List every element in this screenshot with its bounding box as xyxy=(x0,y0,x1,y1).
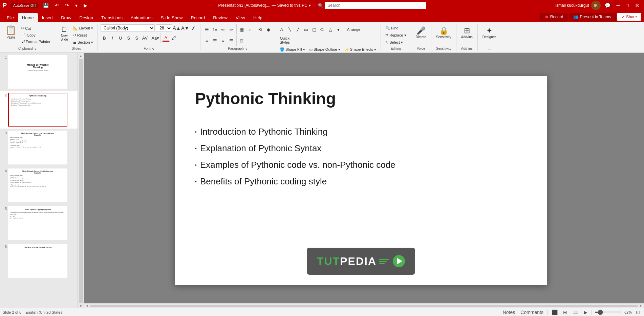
slide-thumb-4[interactable]: 4 [Slide: Pythonic Syntax - Built in Fun… xyxy=(0,166,78,204)
addins-button[interactable]: ⊞ Add-ins xyxy=(459,25,475,40)
slide-thumb-1[interactable]: 1 Module 1: PythonicThinking Understandi… xyxy=(0,53,78,91)
notes-button[interactable]: Notes xyxy=(501,309,517,316)
tab-design[interactable]: Design xyxy=(76,13,97,22)
slide-thumb-2[interactable]: 2 Pythonic Thinking • Introduction to Py… xyxy=(0,91,78,129)
undo-button[interactable]: ↶ xyxy=(53,2,61,9)
bullet-item-4[interactable]: • Benefits of Pythonic coding style xyxy=(195,176,395,187)
numbering-button[interactable]: 1≡ xyxy=(211,26,219,33)
arrange-button[interactable]: Arrange xyxy=(345,26,362,32)
increase-font-button[interactable]: A▲ xyxy=(173,24,180,32)
tab-file[interactable]: File xyxy=(3,13,18,22)
copy-button[interactable]: 📄 Copy xyxy=(20,32,52,38)
save-button[interactable]: 💾 xyxy=(41,2,51,9)
scroll-left[interactable]: ◄ xyxy=(85,304,89,308)
text-highlight-button[interactable]: 🖊 xyxy=(170,34,178,42)
bullet-item-2[interactable]: • Explanation of Pythonic Syntax xyxy=(195,143,395,154)
sensitivity-button[interactable]: 🔒 Sensitivity xyxy=(434,25,453,40)
voice-label[interactable]: Voice xyxy=(415,46,426,51)
font-size-select[interactable]: 28 24 32 36 40 48 xyxy=(156,24,172,32)
slide-sorter-button[interactable]: ⊞ xyxy=(562,309,568,316)
increase-indent-button[interactable]: ⇒ xyxy=(228,26,235,33)
paragraph-label[interactable]: Paragraph ↘ xyxy=(227,46,249,51)
close-button[interactable]: ✕ xyxy=(633,2,641,9)
zoom-slider[interactable] xyxy=(595,312,622,313)
shapes-more-button[interactable]: ▾ xyxy=(335,26,342,33)
designer-button[interactable]: ✦ Designer xyxy=(480,25,498,40)
shape-triangle-button[interactable]: △ xyxy=(327,26,334,33)
shape-effects-button[interactable]: ✨ Shape Effects ▾ xyxy=(343,46,378,53)
italic-button[interactable]: I xyxy=(109,34,116,42)
font-color-button[interactable]: A xyxy=(162,34,170,42)
slide-thumb-3[interactable]: 3 [Slide: Pythonic Syntax - List Compreh… xyxy=(0,129,78,166)
font-label[interactable]: Font ↘ xyxy=(142,46,155,51)
slide-panel[interactable]: 1 Module 1: PythonicThinking Understandi… xyxy=(0,53,78,308)
sensitivity-label-bottom[interactable]: Sensitivity xyxy=(435,46,453,51)
select-button[interactable]: ↖ Select ▾ xyxy=(384,39,408,46)
tab-record[interactable]: Record xyxy=(187,13,209,22)
record-button[interactable]: ⏺ Record xyxy=(540,13,568,21)
main-slide[interactable]: Pythonic Thinking • Introduction to Pyth… xyxy=(175,76,547,285)
convert-smartart-button[interactable]: ◆ xyxy=(265,26,272,33)
text-direction-button[interactable]: ⟲ xyxy=(257,26,264,33)
shadow-button[interactable]: S xyxy=(133,34,141,42)
slideshow-view-button[interactable]: ▶ xyxy=(582,309,589,316)
vertical-scrollbar[interactable]: ▲ ▼ xyxy=(78,53,84,308)
tab-view[interactable]: View xyxy=(232,13,249,22)
slide-area[interactable]: ▲ ▼ Pythonic Thinking • Introduction to … xyxy=(78,53,644,308)
shape-outline-button[interactable]: ▭ Shape Outline ▾ xyxy=(307,46,342,53)
tab-draw[interactable]: Draw xyxy=(57,13,75,22)
char-spacing-button[interactable]: AV xyxy=(141,34,149,42)
replace-button[interactable]: ⇄ Replace ▾ xyxy=(384,32,408,39)
shape-line2-button[interactable]: ╱ xyxy=(294,26,302,33)
share-button[interactable]: ↗ Share xyxy=(617,13,641,21)
fit-slide-button[interactable]: ⊡ xyxy=(635,309,641,316)
tab-home[interactable]: Home xyxy=(18,13,38,22)
slide-thumb-6[interactable]: 6 Best Practices for Dynamic Typing xyxy=(0,242,78,280)
find-button[interactable]: 🔍 Find xyxy=(384,25,408,31)
shape-rounded-rect-button[interactable]: ▢ xyxy=(310,26,318,33)
align-left-button[interactable]: ≡ xyxy=(203,37,211,44)
minimize-button[interactable]: ─ xyxy=(615,2,622,9)
reset-button[interactable]: ↺ Reset xyxy=(71,32,95,39)
clipboard-label[interactable]: Clipboard ↘ xyxy=(17,46,38,51)
customize-quick-access[interactable]: ▾ xyxy=(73,2,80,9)
shape-line-button[interactable]: ╲ xyxy=(286,26,294,33)
scroll-down[interactable]: ▼ xyxy=(79,304,83,308)
clear-format-button[interactable]: ✗ xyxy=(190,24,197,32)
autosave-toggle[interactable]: AutoSave Off xyxy=(10,3,39,8)
shape-text-button[interactable]: A xyxy=(278,26,285,33)
save-state-dropdown[interactable]: ▾ xyxy=(309,3,311,8)
editing-label[interactable]: Editing xyxy=(389,46,403,51)
bullets-button[interactable]: ☰ xyxy=(203,26,211,33)
horizontal-scrollbar[interactable]: ◄ ► xyxy=(84,303,644,308)
slide-bullets[interactable]: • Introduction to Pythonic Thinking • Ex… xyxy=(195,127,395,193)
present-in-teams-button[interactable]: 👥 Present in Teams xyxy=(569,13,616,21)
addins-label-bottom[interactable]: Add-ins xyxy=(460,46,474,51)
bold-button[interactable]: B xyxy=(101,34,108,42)
scroll-up[interactable]: ▲ xyxy=(79,54,83,58)
cut-button[interactable]: ✂ Cut xyxy=(20,25,52,31)
comments-button[interactable]: Comments xyxy=(519,309,545,316)
tab-insert[interactable]: Insert xyxy=(38,13,57,22)
shape-oval-button[interactable]: ⬭ xyxy=(319,26,326,33)
shape-fill-button[interactable]: 🪣 Shape Fill ▾ xyxy=(278,46,307,53)
layout-button[interactable]: 📐 Layout ▾ xyxy=(71,25,95,31)
h-scroll-thumb[interactable] xyxy=(90,305,638,307)
tab-slideshow[interactable]: Slide Show xyxy=(156,13,187,22)
present-button[interactable]: ▶ xyxy=(82,2,89,9)
bullet-item-1[interactable]: • Introduction to Pythonic Thinking xyxy=(195,127,395,137)
search-input[interactable] xyxy=(325,2,426,9)
redo-button[interactable]: ↷ xyxy=(63,2,71,9)
columns-button[interactable]: ▦ xyxy=(238,26,245,33)
slide-thumb-5[interactable]: 5 Slide: Dynamic Typing in Python • Defi… xyxy=(0,204,78,242)
format-painter-button[interactable]: 🖌 Format Painter xyxy=(20,39,52,45)
normal-view-button[interactable]: ⬛ xyxy=(551,309,559,316)
tab-help[interactable]: Help xyxy=(249,13,266,22)
align-center-button[interactable]: ☰ xyxy=(211,37,219,44)
strikethrough-button[interactable]: S xyxy=(125,34,132,42)
vertical-align-button[interactable]: ⊡ xyxy=(238,37,245,44)
slide-title[interactable]: Pythonic Thinking xyxy=(195,89,336,108)
new-slide-button[interactable]: 🗒 NewSlide xyxy=(58,24,71,43)
align-right-button[interactable]: ≡ xyxy=(219,37,227,44)
notifications-button[interactable]: 💬 xyxy=(603,2,613,9)
